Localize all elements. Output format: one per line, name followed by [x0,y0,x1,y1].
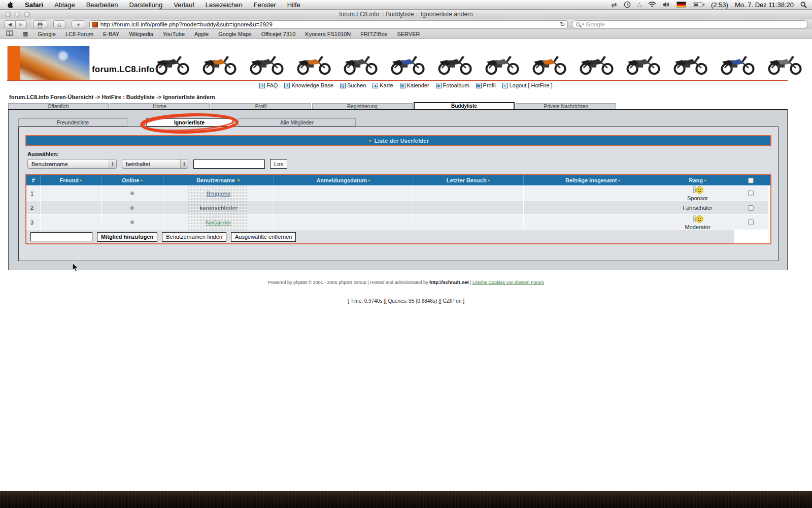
spaces-icon[interactable]: ∴ [637,1,641,9]
filter-value-input[interactable] [193,160,265,169]
menu-verlauf[interactable]: Verlauf [168,1,199,9]
sort-arrow-icon[interactable]: ▼ [236,178,241,183]
top-sites-grid-icon[interactable]: ▦ [23,30,28,37]
nav-fotoalbum[interactable]: ◉Fotoalbum [436,82,469,88]
host-link[interactable]: http://schradt.net [429,279,469,285]
sort-arrow-icon[interactable]: ▸ [368,178,370,182]
col-header-benutzername[interactable]: Benutzername▼ [163,175,274,185]
sort-arrow-icon[interactable]: ▸ [704,178,706,182]
address-bar[interactable]: http://forum.lc8.info/profile.php?mode=b… [89,20,568,28]
spotlight-icon[interactable] [800,2,807,8]
col-header-anmeldungsdatum[interactable]: Anmeldungsdatum▸ [274,175,413,185]
back-button[interactable]: ◀ [4,20,16,28]
nav-kalender[interactable]: ▦Kalender [400,82,429,88]
tab-profil[interactable]: Profil [211,103,311,109]
col-header-num[interactable]: # [26,175,41,185]
search-options-arrow[interactable]: ▾ [582,22,584,26]
sort-arrow-icon[interactable]: ▸ [618,178,620,182]
bookmark-e-bay[interactable]: E-BAY [103,31,119,37]
reload-icon[interactable]: ↻ [560,21,565,28]
col-header-select-all[interactable] [733,175,768,185]
window-titlebar[interactable]: forum.LC8.info :: Buddyliste :: Ignorier… [0,10,812,19]
nav-knowledge-base[interactable]: ?Knowledge Base [284,82,333,88]
forum-logo-image[interactable] [7,46,90,81]
add-member-button[interactable]: Mitglied hinzufügen [97,232,157,242]
row-checkbox[interactable] [748,219,754,225]
bookmark-youtube[interactable]: YouTube [163,31,185,37]
menu-ablage[interactable]: Ablage [49,1,80,9]
tab-home[interactable]: Home [110,103,210,109]
new-tab-button[interactable]: ＋ [72,20,85,28]
sort-arrow-icon[interactable]: ▸ [488,178,490,182]
bookmark-google-maps[interactable]: Google Maps [218,31,251,37]
sort-arrow-icon[interactable]: ▸ [141,178,143,182]
bookmark-items: GoogleLC8 ForumE-BAYWikipediaYouTubeAppl… [38,31,420,37]
delete-cookies-link[interactable]: Lösche Cookies von diesem Forum [472,280,544,285]
username-link[interactable]: Brugama [207,190,231,197]
tab-buddyliste[interactable]: Buddyliste [414,102,515,109]
operator-select[interactable]: beinhaltet ▲▼ [122,159,188,169]
row-checkbox[interactable] [748,205,754,211]
col-header-beiträge-insgesamt[interactable]: Beiträge insgesamt▸ [524,175,662,185]
tab-registrierung[interactable]: Registrierung [312,103,413,109]
col-header-label: Letzter Besuch [447,177,487,183]
subtab-ignorierliste[interactable]: Ignorierliste [146,118,232,126]
menu-hilfe[interactable]: Hilfe [282,1,306,9]
bookmark-google[interactable]: Google [38,31,55,37]
col-header-letzter-besuch[interactable]: Letzter Besuch▸ [413,175,524,185]
home-button[interactable]: ⌂ [53,20,65,28]
remove-selected-button[interactable]: Ausgewählte entfernen [231,232,296,242]
bookmark-wikipedia[interactable]: Wikipedia [129,31,153,37]
bookmark-lc8-forum[interactable]: LC8 Forum [65,31,93,37]
sort-arrow-icon[interactable]: ▸ [80,178,82,182]
volume-icon[interactable] [663,2,670,8]
tab--ffentlich[interactable]: Öffentlich [8,103,109,109]
bookmark-fritz-box[interactable]: FRITZ!Box [360,31,387,37]
zoom-window-button[interactable] [24,12,30,17]
nav-karte[interactable]: ▲Karte [373,82,393,88]
tab-private-nachrichten[interactable]: Private Nachrichten [516,103,616,109]
apple-menu-icon[interactable] [0,1,19,8]
field-select[interactable]: Benutzername ▲▼ [27,159,117,169]
select-all-checkbox[interactable] [748,178,754,183]
row-checkbox[interactable] [748,190,754,196]
forward-button[interactable]: ▶ [16,20,27,28]
bookmark-apple[interactable]: Apple [194,31,209,37]
menu-safari[interactable]: Safari [19,1,49,9]
desktop-background-strip [0,491,812,508]
find-username-button[interactable]: Benutzernamen finden [162,232,226,242]
col-header-online[interactable]: Online▸ [101,175,163,185]
bookmarks-book-icon[interactable] [6,30,13,37]
menu-bearbeiten[interactable]: Bearbeiten [81,1,124,9]
close-window-button[interactable] [5,12,11,17]
bookmark-server[interactable]: SERVER [397,31,420,37]
nav-profil[interactable]: ▣Profil [476,82,496,88]
col-header-freund[interactable]: Freund▸ [41,175,101,185]
user-switch-icon[interactable]: ⇄ [612,1,617,9]
url-text[interactable]: http://forum.lc8.info/profile.php?mode=b… [100,21,557,27]
subtab-alle-mitglieder[interactable]: Alle Mitglieder [238,118,356,126]
go-button[interactable]: Los [270,159,287,169]
minimize-window-button[interactable] [15,12,20,17]
time-machine-icon[interactable] [624,1,631,8]
print-button[interactable] [33,20,47,28]
wifi-icon[interactable] [648,2,656,8]
menubar-clock[interactable]: Mo. 7. Dez 11:38:20 [735,1,794,9]
menu-darstellung[interactable]: Darstellung [124,1,168,9]
battery-icon[interactable] [693,3,704,7]
google-search-field[interactable]: ▾ Google [572,20,808,28]
add-member-input[interactable] [30,232,92,241]
nav-logout-hotfire-[interactable]: ◐Logout [ HotFire ] [502,82,553,88]
bookmark-officejet-7310[interactable]: Officejet 7310 [261,31,296,37]
username-link[interactable]: kantnschleifer [199,205,238,211]
bookmark-kyocera-fs1010n[interactable]: Kyocera FS1010N [305,31,351,37]
menu-fenster[interactable]: Fenster [248,1,282,9]
subtab-freundesliste[interactable]: Freundesliste [18,118,127,126]
nav-suchen[interactable]: QSuchen [340,82,366,88]
menu-lesezeichen[interactable]: Lesezeichen [200,1,248,9]
site-title[interactable]: forum.LC8.info [92,65,155,75]
nav-faq[interactable]: ?FAQ [259,82,278,88]
username-link[interactable]: NoCarrier [206,219,231,226]
german-flag-input-icon[interactable] [676,2,686,8]
col-header-rang[interactable]: Rang▸ [662,175,733,185]
